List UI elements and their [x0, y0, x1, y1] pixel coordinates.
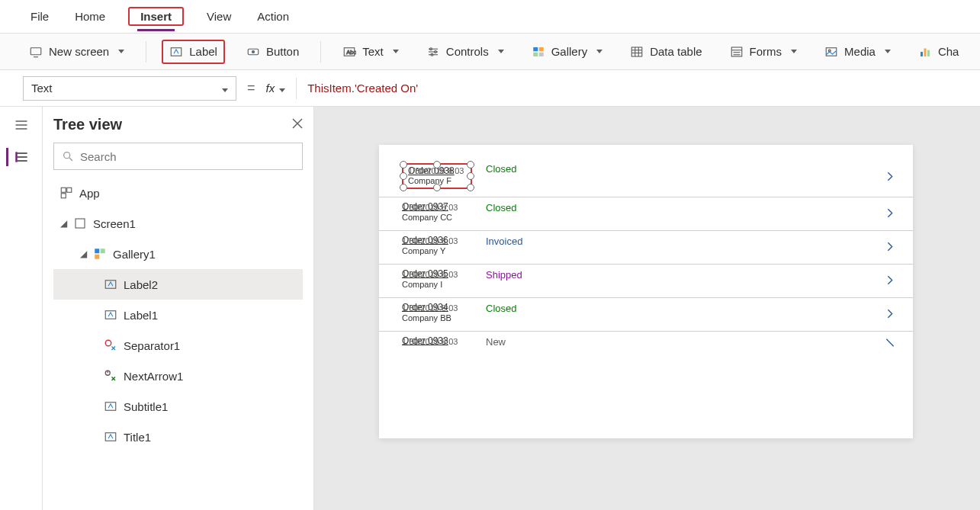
menu-file[interactable]: File — [27, 4, 52, 29]
button-label: Button — [266, 45, 299, 58]
tree-label: Separator1 — [124, 339, 180, 352]
expander-icon[interactable]: ◢ — [79, 249, 87, 259]
svg-rect-15 — [533, 52, 538, 56]
tree-search[interactable] — [53, 143, 303, 170]
formula-field: 'Created On' — [355, 82, 418, 95]
app-icon — [59, 186, 73, 200]
tree-panel: Tree view App ◢ Screen1 ◢ Gallery1 — [43, 107, 314, 510]
forms-label: Forms — [750, 45, 782, 58]
text-label: Text — [362, 45, 384, 58]
gallery-row[interactable]: Order 09361/30/2019 8:03Company YInvoice… — [379, 231, 913, 265]
menu-action[interactable]: Action — [254, 4, 292, 29]
status-label: Closed — [486, 163, 562, 175]
row-text-block: Order 09361/30/2019 8:03Company Y — [402, 236, 478, 256]
tree-node-label2[interactable]: Label2 — [53, 269, 303, 300]
hamburger-icon[interactable] — [12, 116, 31, 134]
status-label: Shipped — [486, 269, 562, 281]
fx-label: fx — [266, 82, 275, 95]
gallery-row[interactable]: Order 0938 1/30/2019 8:03 Company F Clos… — [379, 159, 913, 197]
status-label: Invoiced — [486, 236, 562, 247]
new-screen-button[interactable]: New screen — [23, 41, 130, 63]
main-area: Tree view App ◢ Screen1 ◢ Gallery1 — [0, 107, 980, 510]
tree-label: Title1 — [124, 431, 151, 444]
svg-line-51 — [886, 338, 893, 345]
chevron-right-icon[interactable] — [884, 272, 896, 290]
controls-icon — [426, 45, 440, 59]
menu-home[interactable]: Home — [72, 4, 108, 29]
chevron-down-icon — [276, 82, 285, 95]
gallery-row[interactable]: Order 09331/30/2019 8:03New — [379, 332, 913, 355]
formula-object: ThisItem — [307, 82, 352, 95]
label-button[interactable]: Label — [162, 40, 225, 64]
tree-title: Tree view — [53, 116, 122, 133]
selected-label-box[interactable]: Order 0938 1/30/2019 8:03 Company F — [402, 163, 472, 189]
property-selector[interactable]: Text — [23, 76, 236, 101]
close-icon[interactable] — [292, 118, 303, 132]
svg-rect-40 — [61, 194, 66, 198]
controls-dropdown[interactable]: Controls — [420, 41, 510, 63]
tree-node-label1[interactable]: Label1 — [53, 300, 303, 330]
formula-input[interactable]: ThisItem.'Created On' — [307, 82, 966, 95]
equals-sign: = — [247, 80, 255, 96]
row-text-block: Order 09351/30/2019 8:03Company I — [402, 269, 478, 290]
button-button[interactable]: Button — [240, 41, 305, 63]
screen-icon — [73, 217, 87, 230]
svg-rect-29 — [924, 48, 926, 56]
svg-rect-0 — [31, 47, 41, 54]
svg-rect-28 — [921, 52, 923, 56]
chart-label: Cha — [938, 45, 959, 58]
label-icon — [104, 277, 117, 291]
chevron-right-icon[interactable] — [884, 335, 896, 352]
chevron-right-icon[interactable] — [884, 205, 896, 223]
media-dropdown[interactable]: Media — [818, 41, 897, 63]
menu-view[interactable]: View — [204, 4, 234, 29]
text-icon: Abc — [342, 45, 356, 59]
label-label: Label — [189, 45, 217, 58]
tree-node-subtitle1[interactable]: Subtitle1 — [53, 391, 303, 422]
canvas[interactable]: Order 0938 1/30/2019 8:03 Company F Clos… — [314, 107, 980, 510]
tree-node-gallery1[interactable]: ◢ Gallery1 — [53, 239, 303, 269]
chart-icon — [918, 45, 932, 59]
fx-button[interactable]: fx — [266, 82, 286, 95]
gallery-row[interactable]: Order 09371/30/2019 8:03Company CCClosed — [379, 197, 913, 231]
forms-icon — [730, 45, 744, 59]
button-icon — [246, 45, 260, 59]
chart-dropdown[interactable]: Cha — [912, 41, 966, 63]
row-text-block: Order 09371/30/2019 8:03Company CC — [402, 202, 478, 223]
expander-icon[interactable]: ◢ — [59, 218, 67, 229]
forms-dropdown[interactable]: Forms — [724, 41, 804, 63]
data-table-button[interactable]: Data table — [624, 41, 708, 63]
media-icon — [824, 45, 838, 59]
gallery-icon — [93, 247, 107, 261]
svg-rect-17 — [631, 47, 642, 56]
search-icon — [62, 150, 74, 162]
menu-insert[interactable]: Insert — [137, 4, 175, 31]
ribbon: New screen Label Button Abc Text Control… — [0, 34, 980, 70]
svg-rect-39 — [67, 188, 72, 192]
tree-node-nextarrow1[interactable]: NextArrow1 — [53, 361, 303, 391]
search-input[interactable] — [80, 150, 294, 163]
text-dropdown[interactable]: Abc Text — [336, 41, 405, 63]
tree-node-app[interactable]: App — [53, 178, 303, 208]
screen-icon — [29, 45, 43, 59]
chevron-down-icon — [219, 82, 228, 95]
new-screen-label: New screen — [49, 45, 109, 58]
chevron-right-icon[interactable] — [884, 306, 896, 323]
gallery-row[interactable]: Order 09341/30/2019 8:03Company BBClosed — [379, 298, 913, 332]
gallery-row[interactable]: Order 09351/30/2019 8:03Company IShipped — [379, 265, 913, 298]
tree-node-separator1[interactable]: Separator1 — [53, 330, 303, 361]
artboard[interactable]: Order 0938 1/30/2019 8:03 Company F Clos… — [379, 145, 913, 438]
gallery-dropdown[interactable]: Gallery — [525, 41, 609, 63]
tree-view-rail-icon[interactable] — [6, 148, 37, 166]
media-label: Media — [844, 45, 876, 58]
data-table-label: Data table — [650, 45, 702, 58]
data-table-icon — [630, 45, 644, 59]
chevron-right-icon[interactable] — [884, 239, 896, 256]
tree-node-title1[interactable]: Title1 — [53, 422, 303, 452]
chevron-right-icon[interactable] — [884, 169, 896, 187]
status-label: Closed — [486, 303, 562, 314]
status-label: New — [486, 336, 562, 348]
tree-node-screen1[interactable]: ◢ Screen1 — [53, 208, 303, 239]
controls-label: Controls — [446, 45, 489, 58]
row-text-block: Order 09341/30/2019 8:03Company BB — [402, 303, 478, 323]
